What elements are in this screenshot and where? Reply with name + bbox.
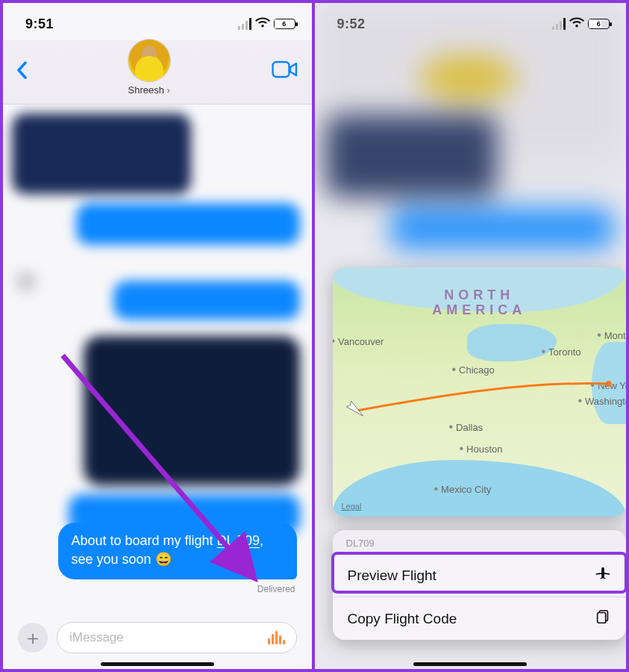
copy-flight-code-item[interactable]: Copy Flight Code bbox=[333, 597, 627, 640]
message-text-prefix: About to board my flight bbox=[72, 533, 217, 548]
screen-messages-conversation: 9:51 6 Shreesh bbox=[3, 3, 315, 669]
map-city-label: Dallas bbox=[449, 420, 484, 434]
delivered-status: Delivered bbox=[3, 584, 295, 594]
status-bar: 9:52 6 bbox=[315, 3, 627, 40]
cell-signal-icon bbox=[238, 18, 251, 30]
battery-indicator: 6 bbox=[588, 19, 610, 29]
map-legal-link[interactable]: Legal bbox=[342, 502, 362, 511]
status-icons: 6 bbox=[238, 16, 295, 31]
wifi-icon bbox=[569, 16, 584, 31]
status-bar: 9:51 6 bbox=[3, 3, 312, 40]
plane-icon bbox=[345, 399, 367, 424]
status-icons: 6 bbox=[552, 16, 610, 31]
preview-flight-label: Preview Flight bbox=[348, 567, 436, 584]
facetime-button[interactable] bbox=[272, 60, 298, 79]
contact-name: Shreesh bbox=[128, 84, 170, 96]
copy-icon bbox=[595, 609, 611, 629]
svg-rect-5 bbox=[598, 613, 606, 623]
home-indicator[interactable] bbox=[101, 662, 214, 666]
context-menu-header: DL709 bbox=[333, 530, 627, 553]
screen-flight-context-menu: 9:52 6 NORTHAMERICA Vancouver Chicago To… bbox=[315, 3, 627, 669]
battery-indicator: 6 bbox=[274, 19, 295, 29]
conversation-header: Shreesh bbox=[3, 40, 312, 105]
contact-header[interactable]: Shreesh bbox=[128, 40, 170, 96]
cell-signal-icon bbox=[552, 18, 566, 30]
map-city-label: Vancouver bbox=[333, 335, 384, 348]
airplane-icon bbox=[595, 565, 611, 585]
copy-flight-code-label: Copy Flight Code bbox=[348, 611, 457, 627]
message-input-placeholder: iMessage bbox=[69, 630, 124, 645]
chat-area[interactable]: About to board my flight DL 709, see you… bbox=[3, 105, 312, 603]
message-input[interactable]: iMessage bbox=[57, 622, 297, 653]
map-city-label: Montr bbox=[597, 329, 626, 342]
composer-bar: ＋ iMessage bbox=[3, 617, 312, 659]
flight-code-link[interactable]: DL 709 bbox=[217, 533, 260, 548]
flight-context-menu: DL709 Preview Flight Copy Flight Code bbox=[333, 530, 627, 640]
plus-button[interactable]: ＋ bbox=[18, 623, 48, 653]
svg-rect-0 bbox=[272, 62, 289, 77]
map-city-label: Chicago bbox=[452, 363, 495, 376]
map-city-label: Houston bbox=[460, 442, 503, 455]
preview-flight-item[interactable]: Preview Flight bbox=[333, 553, 627, 597]
flight-map-preview[interactable]: NORTHAMERICA Vancouver Chicago Toronto M… bbox=[333, 267, 627, 517]
status-time: 9:52 bbox=[337, 16, 366, 32]
avatar bbox=[128, 40, 170, 81]
home-indicator[interactable] bbox=[413, 662, 527, 666]
audio-wave-icon[interactable] bbox=[267, 631, 286, 648]
back-button[interactable] bbox=[16, 55, 27, 84]
outgoing-message[interactable]: About to board my flight DL 709, see you… bbox=[58, 523, 297, 579]
wifi-icon bbox=[255, 16, 270, 31]
status-time: 9:51 bbox=[25, 16, 54, 32]
